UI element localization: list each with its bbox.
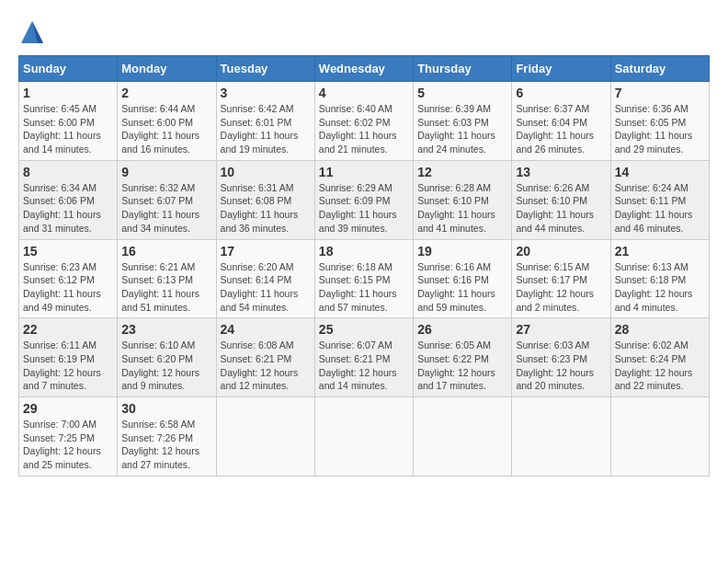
day-number: 10 (221, 165, 311, 179)
calendar-cell: 5Sunrise: 6:39 AMSunset: 6:03 PMDaylight… (414, 82, 512, 161)
calendar-header-wednesday: Wednesday (314, 56, 413, 82)
calendar-cell: 22Sunrise: 6:11 AMSunset: 6:19 PMDayligh… (19, 318, 118, 397)
calendar-cell: 29Sunrise: 7:00 AMSunset: 7:25 PMDayligh… (19, 397, 118, 477)
day-number: 18 (319, 244, 409, 259)
calendar-cell: 12Sunrise: 6:28 AMSunset: 6:10 PMDayligh… (414, 160, 512, 239)
day-number: 8 (23, 165, 113, 179)
day-info: Sunrise: 6:34 AMSunset: 6:06 PMDaylight:… (23, 181, 113, 236)
day-number: 16 (121, 244, 211, 259)
day-number: 20 (516, 244, 606, 259)
day-number: 25 (319, 322, 409, 337)
day-number: 24 (221, 322, 311, 337)
calendar-header-sunday: Sunday (19, 56, 118, 82)
calendar-cell: 7Sunrise: 6:36 AMSunset: 6:05 PMDaylight… (610, 82, 709, 161)
calendar-week-row: 1Sunrise: 6:45 AMSunset: 6:00 PMDaylight… (19, 82, 710, 161)
day-number: 9 (121, 165, 211, 179)
day-number: 3 (221, 86, 311, 100)
calendar-week-row: 8Sunrise: 6:34 AMSunset: 6:06 PMDaylight… (19, 160, 710, 239)
page-header (18, 18, 710, 46)
day-info: Sunrise: 6:32 AMSunset: 6:07 PMDaylight:… (121, 181, 211, 236)
calendar-cell: 6Sunrise: 6:37 AMSunset: 6:04 PMDaylight… (512, 82, 610, 161)
day-number: 19 (417, 244, 507, 259)
calendar-header-monday: Monday (118, 56, 216, 82)
day-number: 17 (221, 244, 311, 259)
day-number: 2 (121, 86, 211, 100)
calendar-cell: 19Sunrise: 6:16 AMSunset: 6:16 PMDayligh… (414, 239, 512, 318)
calendar-week-row: 29Sunrise: 7:00 AMSunset: 7:25 PMDayligh… (19, 397, 710, 477)
calendar-week-row: 15Sunrise: 6:23 AMSunset: 6:12 PMDayligh… (19, 239, 710, 318)
day-info: Sunrise: 6:23 AMSunset: 6:12 PMDaylight:… (23, 260, 113, 315)
day-info: Sunrise: 6:31 AMSunset: 6:08 PMDaylight:… (221, 181, 311, 236)
day-info: Sunrise: 6:45 AMSunset: 6:00 PMDaylight:… (23, 102, 113, 156)
calendar-header-friday: Friday (512, 56, 610, 82)
day-info: Sunrise: 6:05 AMSunset: 6:22 PMDaylight:… (417, 339, 507, 393)
calendar-cell: 24Sunrise: 6:08 AMSunset: 6:21 PMDayligh… (216, 318, 314, 397)
calendar-cell (512, 397, 610, 477)
day-info: Sunrise: 6:37 AMSunset: 6:04 PMDaylight:… (516, 102, 606, 156)
calendar-cell: 27Sunrise: 6:03 AMSunset: 6:23 PMDayligh… (512, 318, 610, 397)
day-info: Sunrise: 6:42 AMSunset: 6:01 PMDaylight:… (221, 102, 311, 156)
calendar-cell (216, 397, 314, 477)
calendar-cell: 17Sunrise: 6:20 AMSunset: 6:14 PMDayligh… (216, 239, 314, 318)
day-info: Sunrise: 6:08 AMSunset: 6:21 PMDaylight:… (221, 339, 311, 393)
day-info: Sunrise: 6:44 AMSunset: 6:00 PMDaylight:… (121, 102, 211, 156)
day-info: Sunrise: 6:21 AMSunset: 6:13 PMDaylight:… (121, 260, 211, 315)
calendar-header-thursday: Thursday (414, 56, 512, 82)
calendar-cell: 23Sunrise: 6:10 AMSunset: 6:20 PMDayligh… (118, 318, 216, 397)
day-info: Sunrise: 6:16 AMSunset: 6:16 PMDaylight:… (417, 260, 507, 315)
day-number: 30 (121, 401, 211, 416)
calendar-cell: 20Sunrise: 6:15 AMSunset: 6:17 PMDayligh… (512, 239, 610, 318)
calendar-cell: 16Sunrise: 6:21 AMSunset: 6:13 PMDayligh… (118, 239, 216, 318)
day-number: 11 (319, 165, 409, 179)
day-info: Sunrise: 6:28 AMSunset: 6:10 PMDaylight:… (417, 181, 507, 236)
calendar-cell: 15Sunrise: 6:23 AMSunset: 6:12 PMDayligh… (19, 239, 118, 318)
day-info: Sunrise: 6:15 AMSunset: 6:17 PMDaylight:… (516, 260, 606, 315)
day-info: Sunrise: 6:58 AMSunset: 7:26 PMDaylight:… (121, 418, 211, 472)
day-number: 5 (417, 86, 507, 100)
calendar-cell: 25Sunrise: 6:07 AMSunset: 6:21 PMDayligh… (314, 318, 413, 397)
calendar-cell: 28Sunrise: 6:02 AMSunset: 6:24 PMDayligh… (610, 318, 709, 397)
calendar-cell (610, 397, 709, 477)
calendar-week-row: 22Sunrise: 6:11 AMSunset: 6:19 PMDayligh… (19, 318, 710, 397)
calendar-cell: 3Sunrise: 6:42 AMSunset: 6:01 PMDaylight… (216, 82, 314, 161)
calendar-cell: 11Sunrise: 6:29 AMSunset: 6:09 PMDayligh… (314, 160, 413, 239)
calendar-cell: 26Sunrise: 6:05 AMSunset: 6:22 PMDayligh… (414, 318, 512, 397)
day-number: 29 (23, 401, 113, 416)
day-number: 4 (319, 86, 409, 100)
calendar-table: SundayMondayTuesdayWednesdayThursdayFrid… (18, 55, 710, 477)
day-info: Sunrise: 6:29 AMSunset: 6:09 PMDaylight:… (319, 181, 409, 236)
day-number: 13 (516, 165, 606, 179)
calendar-cell: 21Sunrise: 6:13 AMSunset: 6:18 PMDayligh… (610, 239, 709, 318)
logo (18, 18, 48, 46)
day-number: 23 (121, 322, 211, 337)
calendar-cell: 4Sunrise: 6:40 AMSunset: 6:02 PMDaylight… (314, 82, 413, 161)
calendar-header-row: SundayMondayTuesdayWednesdayThursdayFrid… (19, 56, 710, 82)
day-number: 28 (615, 322, 705, 337)
day-info: Sunrise: 6:11 AMSunset: 6:19 PMDaylight:… (23, 339, 113, 393)
day-info: Sunrise: 6:07 AMSunset: 6:21 PMDaylight:… (319, 339, 409, 393)
day-info: Sunrise: 7:00 AMSunset: 7:25 PMDaylight:… (23, 418, 113, 472)
calendar-cell: 9Sunrise: 6:32 AMSunset: 6:07 PMDaylight… (118, 160, 216, 239)
day-info: Sunrise: 6:40 AMSunset: 6:02 PMDaylight:… (319, 102, 409, 156)
logo-icon (18, 18, 46, 46)
day-info: Sunrise: 6:03 AMSunset: 6:23 PMDaylight:… (516, 339, 606, 393)
day-info: Sunrise: 6:13 AMSunset: 6:18 PMDaylight:… (615, 260, 705, 315)
day-info: Sunrise: 6:26 AMSunset: 6:10 PMDaylight:… (516, 181, 606, 236)
calendar-cell: 8Sunrise: 6:34 AMSunset: 6:06 PMDaylight… (19, 160, 118, 239)
calendar-cell: 2Sunrise: 6:44 AMSunset: 6:00 PMDaylight… (118, 82, 216, 161)
day-number: 1 (23, 86, 113, 100)
day-info: Sunrise: 6:18 AMSunset: 6:15 PMDaylight:… (319, 260, 409, 315)
day-number: 15 (23, 244, 113, 259)
day-number: 26 (417, 322, 507, 337)
day-number: 12 (417, 165, 507, 179)
day-info: Sunrise: 6:24 AMSunset: 6:11 PMDaylight:… (615, 181, 705, 236)
calendar-cell: 13Sunrise: 6:26 AMSunset: 6:10 PMDayligh… (512, 160, 610, 239)
calendar-cell (414, 397, 512, 477)
day-number: 27 (516, 322, 606, 337)
calendar-header-tuesday: Tuesday (216, 56, 314, 82)
day-info: Sunrise: 6:10 AMSunset: 6:20 PMDaylight:… (121, 339, 211, 393)
calendar-cell: 10Sunrise: 6:31 AMSunset: 6:08 PMDayligh… (216, 160, 314, 239)
calendar-cell: 18Sunrise: 6:18 AMSunset: 6:15 PMDayligh… (314, 239, 413, 318)
calendar-header-saturday: Saturday (610, 56, 709, 82)
day-number: 22 (23, 322, 113, 337)
